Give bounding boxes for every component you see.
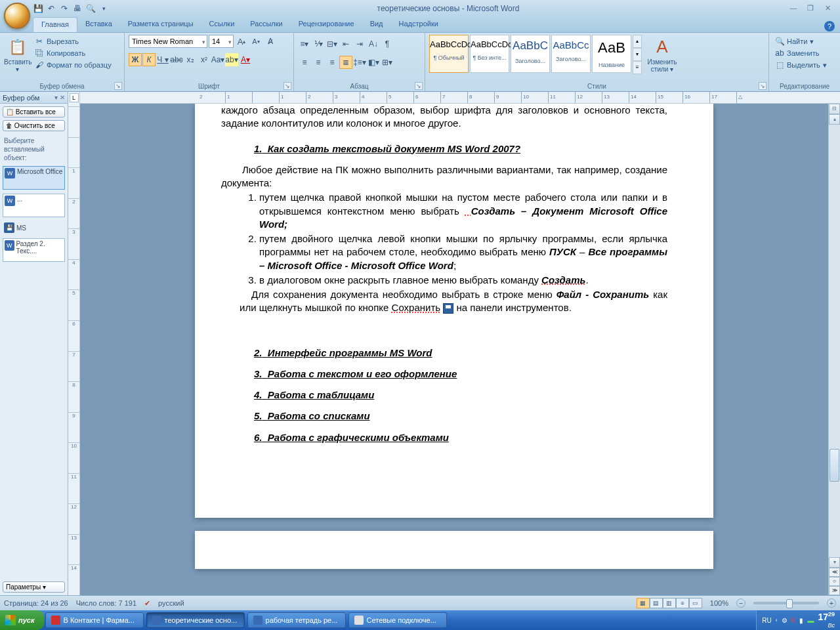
superscript-button[interactable]: x² — [198, 53, 211, 66]
copy-button[interactable]: ⿻Копировать — [33, 48, 114, 58]
align-center-button[interactable]: ≡ — [312, 56, 325, 69]
start-button[interactable]: пуск — [0, 610, 44, 630]
font-color-button[interactable]: A▾ — [239, 53, 252, 66]
tray-battery-icon[interactable]: ▬ — [807, 617, 814, 624]
next-page-icon[interactable]: ≫ — [829, 586, 840, 595]
save-icon[interactable]: 💾 — [33, 3, 43, 14]
cut-button[interactable]: ✂Вырезать — [33, 36, 114, 47]
zoom-slider[interactable] — [753, 602, 819, 604]
highlight-button[interactable]: ab▾ — [225, 53, 238, 66]
tab-home[interactable]: Главная — [33, 17, 77, 32]
style-down-icon[interactable]: ▾ — [633, 48, 642, 61]
clip-item[interactable]: WРаздел 2. Текс.... — [3, 238, 65, 262]
style-normal[interactable]: AaBbCcDc¶ Обычный — [429, 35, 469, 73]
grow-font-button[interactable]: A▴ — [235, 35, 248, 48]
tab-view[interactable]: Вид — [362, 17, 391, 32]
status-words[interactable]: Число слов: 7 191 — [76, 599, 136, 607]
qat-dropdown-icon[interactable]: ▾ — [98, 3, 109, 14]
line-spacing-button[interactable]: ‡≡▾ — [353, 56, 366, 69]
align-justify-button[interactable]: ≣ — [339, 56, 352, 69]
increase-indent-button[interactable]: ⇥ — [353, 37, 366, 51]
underline-button[interactable]: Ч ▾ — [156, 53, 169, 66]
clipboard-launcher[interactable]: ↘ — [114, 82, 122, 90]
scroll-thumb[interactable] — [830, 449, 839, 482]
print-icon[interactable]: 🖶 — [72, 3, 83, 14]
tab-references[interactable]: Ссылки — [201, 17, 243, 32]
status-language[interactable]: русский — [158, 599, 184, 607]
format-painter-button[interactable]: 🖌Формат по образцу — [33, 60, 114, 70]
clip-item[interactable]: 💾MS — [3, 221, 65, 234]
clipboard-options-button[interactable]: Параметры ▾ — [3, 581, 65, 593]
tray-clock[interactable]: 1729 Вс — [818, 611, 835, 629]
find-button[interactable]: 🔍Найти ▾ — [773, 36, 829, 47]
scroll-track[interactable] — [829, 125, 840, 557]
replace-button[interactable]: abЗаменить — [773, 48, 829, 58]
clip-item[interactable]: W... — [3, 194, 65, 217]
style-heading1[interactable]: AaBbCЗаголово... — [511, 35, 550, 73]
tab-addins[interactable]: Надстройки — [391, 17, 446, 32]
tray-chevron-icon[interactable]: ‹ — [776, 617, 778, 623]
style-expand-icon[interactable]: ≡ — [633, 61, 642, 74]
proofing-icon[interactable]: ✔ — [144, 599, 150, 608]
borders-button[interactable]: ⊞▾ — [381, 56, 394, 69]
taskbar-item[interactable]: В Контакте | Фарма... — [45, 612, 144, 628]
view-outline[interactable]: ≡ — [676, 598, 689, 608]
scroll-up-icon[interactable]: ▴ — [829, 114, 840, 125]
view-print-layout[interactable]: ▦ — [637, 598, 650, 608]
preview-icon[interactable]: 🔍 — [85, 3, 96, 14]
zoom-level[interactable]: 100% — [710, 599, 728, 607]
redo-icon[interactable]: ↷ — [59, 3, 70, 14]
style-up-icon[interactable]: ▴ — [633, 35, 642, 48]
pane-close-icon[interactable]: ✕ — [60, 94, 65, 101]
taskbar-item[interactable]: рабочая тетрадь ре... — [247, 612, 346, 628]
tray-lang[interactable]: RU — [762, 617, 771, 624]
prev-page-icon[interactable]: ≪ — [829, 568, 840, 577]
ruler-corner-button[interactable]: L — [70, 93, 79, 102]
zoom-out-button[interactable]: − — [736, 598, 746, 608]
subscript-button[interactable]: x₂ — [184, 53, 197, 66]
status-page[interactable]: Страница: 24 из 26 — [4, 599, 68, 607]
change-case-button[interactable]: Aa▾ — [211, 53, 224, 66]
tab-pagelayout[interactable]: Разметка страницы — [120, 17, 201, 32]
decrease-indent-button[interactable]: ⇤ — [339, 37, 352, 51]
paste-all-button[interactable]: 📋 Вставить все — [3, 106, 65, 117]
scroll-down-icon[interactable]: ▾ — [829, 557, 840, 568]
zoom-in-button[interactable]: + — [827, 598, 836, 608]
office-button[interactable] — [4, 3, 30, 29]
shading-button[interactable]: ◧▾ — [367, 56, 380, 69]
change-styles-button[interactable]: A Изменить стили ▾ — [644, 35, 680, 73]
style-heading2[interactable]: AaBbCcЗаголово... — [551, 35, 591, 73]
help-button[interactable]: ? — [824, 21, 835, 32]
clear-all-button[interactable]: 🗑 Очистить все — [3, 120, 65, 131]
align-left-button[interactable]: ≡ — [298, 56, 311, 69]
document-viewport[interactable]: каждого абзаца определенным образом, выб… — [80, 104, 828, 595]
style-nospacing[interactable]: AaBbCcDc¶ Без инте... — [470, 35, 509, 73]
strike-button[interactable]: abc — [170, 53, 183, 66]
font-size-combo[interactable]: 14 — [209, 35, 234, 48]
close-button[interactable]: ✕ — [822, 4, 833, 13]
minimize-button[interactable]: — — [788, 4, 799, 13]
clip-item[interactable]: WMicrosoft Office — [3, 166, 65, 190]
tab-review[interactable]: Рецензирование — [291, 17, 362, 32]
numbering-button[interactable]: ⅟▾ — [312, 37, 325, 51]
bullets-button[interactable]: ≡▾ — [298, 37, 311, 51]
tab-mailings[interactable]: Рассылки — [242, 17, 290, 32]
multilevel-button[interactable]: ⊟▾ — [326, 37, 339, 51]
style-title[interactable]: АаВНазвание — [592, 35, 631, 73]
paragraph-launcher[interactable]: ↘ — [415, 82, 423, 90]
tab-insert[interactable]: Вставка — [77, 17, 120, 32]
select-button[interactable]: ⬚Выделить ▾ — [773, 60, 829, 70]
tray-network-icon[interactable]: ▮ — [799, 617, 803, 624]
tray-icon[interactable]: ⚙ — [782, 617, 788, 624]
view-full-screen[interactable]: ▤ — [650, 598, 663, 608]
restore-button[interactable]: ❐ — [805, 4, 816, 13]
font-launcher[interactable]: ↘ — [284, 82, 291, 90]
italic-button[interactable]: К — [142, 53, 156, 66]
shrink-font-button[interactable]: A▾ — [249, 35, 262, 48]
taskbar-item[interactable]: Сетевые подключе... — [348, 612, 447, 628]
view-draft[interactable]: ▭ — [689, 598, 702, 608]
ruler-toggle-icon[interactable]: ⊟ — [829, 104, 840, 114]
sort-button[interactable]: A↓ — [367, 37, 380, 51]
align-right-button[interactable]: ≡ — [326, 56, 339, 69]
tray-antivirus-icon[interactable]: K — [791, 617, 796, 624]
